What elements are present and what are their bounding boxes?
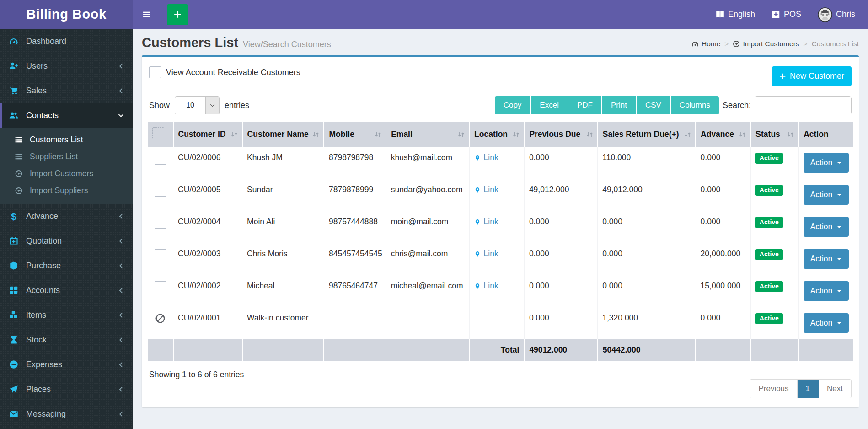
breadcrumb-import-customers[interactable]: Import Customers bbox=[733, 40, 799, 48]
print-export-button[interactable]: Print bbox=[602, 96, 636, 114]
cell-select bbox=[148, 307, 173, 339]
breadcrumb-separator: > bbox=[804, 40, 808, 48]
column-header-advance[interactable]: Advance bbox=[696, 122, 750, 147]
csv-export-button[interactable]: CSV bbox=[637, 96, 670, 114]
plus-square-icon bbox=[772, 10, 780, 19]
list-icon bbox=[14, 136, 24, 144]
page-size-select[interactable]: 10 bbox=[175, 96, 220, 114]
user-menu[interactable]: Chris bbox=[818, 7, 855, 22]
location-link[interactable]: Link bbox=[474, 281, 498, 291]
language-menu[interactable]: English bbox=[716, 10, 755, 19]
quick-add-button[interactable] bbox=[167, 4, 188, 25]
columns-export-button[interactable]: Columns bbox=[671, 96, 719, 114]
action-button[interactable]: Action bbox=[804, 153, 849, 173]
action-button[interactable]: Action bbox=[804, 249, 849, 269]
sidebar-item-label: Quotation bbox=[26, 236, 62, 246]
column-header-sales-return-due[interactable]: Sales Return Due(+) bbox=[598, 122, 696, 147]
sidebar-toggle-button[interactable] bbox=[133, 0, 161, 29]
column-header-customer-id[interactable]: Customer ID bbox=[173, 122, 242, 147]
sidebar-item-sales[interactable]: Sales bbox=[0, 78, 133, 103]
select-all-checkbox[interactable] bbox=[152, 127, 164, 139]
pagination-next[interactable]: Next bbox=[819, 380, 851, 398]
column-header-mobile[interactable]: Mobile bbox=[324, 122, 386, 147]
sort-icon bbox=[786, 130, 795, 139]
column-header-customer-name[interactable]: Customer Name bbox=[242, 122, 324, 147]
sidebar-item-messaging[interactable]: Messaging bbox=[0, 402, 133, 426]
new-customer-button[interactable]: New Customer bbox=[772, 66, 852, 86]
action-button[interactable]: Action bbox=[804, 185, 849, 205]
location-link-label: Link bbox=[484, 217, 498, 227]
plus-icon bbox=[779, 73, 786, 80]
sidebar-item-purchase[interactable]: Purchase bbox=[0, 253, 133, 278]
search-input[interactable] bbox=[755, 96, 852, 114]
row-select-checkbox[interactable] bbox=[155, 249, 166, 261]
pdf-export-button[interactable]: PDF bbox=[568, 96, 601, 114]
navbar-right: English POS Chris bbox=[716, 7, 868, 22]
column-header-label: Email bbox=[391, 130, 413, 139]
cell-status: Active bbox=[750, 147, 798, 179]
breadcrumb-home[interactable]: Home bbox=[691, 40, 720, 48]
pagination-page-1[interactable]: 1 bbox=[798, 380, 819, 398]
column-header-label: Action bbox=[804, 130, 828, 139]
cell-advance: 0.000 bbox=[696, 147, 750, 179]
sidebar-item-places[interactable]: Places bbox=[0, 377, 133, 402]
sort-icon bbox=[585, 130, 594, 139]
sidebar-item-expenses[interactable]: Expenses bbox=[0, 352, 133, 377]
action-button[interactable]: Action bbox=[804, 313, 849, 333]
export-buttons: CopyExcelPDFPrintCSVColumns bbox=[495, 96, 719, 114]
chevron-left-icon bbox=[118, 262, 124, 269]
sidebar-item-contacts[interactable]: Contacts bbox=[0, 103, 133, 128]
sidebar-item-advance[interactable]: $Advance bbox=[0, 204, 133, 228]
caret-down-icon bbox=[836, 192, 842, 198]
column-header-status[interactable]: Status bbox=[750, 122, 798, 147]
cell-email bbox=[386, 307, 469, 339]
action-button[interactable]: Action bbox=[804, 217, 849, 237]
caret-down-icon bbox=[836, 256, 842, 262]
location-link[interactable]: Link bbox=[474, 185, 498, 195]
location-link[interactable]: Link bbox=[474, 249, 498, 259]
sidebar-subitem-customers-list[interactable]: Customers List bbox=[0, 131, 133, 148]
contacts-icon bbox=[8, 111, 19, 120]
sidebar-item-accounts[interactable]: Accounts bbox=[0, 278, 133, 303]
column-header-previous-due[interactable]: Previous Due bbox=[524, 122, 597, 147]
sidebar-item-stock[interactable]: Stock bbox=[0, 327, 133, 352]
pin-icon bbox=[474, 186, 481, 194]
status-badge: Active bbox=[755, 249, 783, 260]
column-header-email[interactable]: Email bbox=[386, 122, 469, 147]
sidebar-item-label: Expenses bbox=[26, 360, 62, 369]
import-icon bbox=[733, 40, 740, 48]
sidebar-subitem-label: Import Customers bbox=[30, 169, 93, 179]
row-select-checkbox[interactable] bbox=[155, 185, 166, 197]
row-select-checkbox[interactable] bbox=[155, 217, 166, 229]
sidebar-item-users[interactable]: Users bbox=[0, 54, 133, 78]
action-button[interactable]: Action bbox=[804, 281, 849, 301]
row-select-checkbox[interactable] bbox=[155, 281, 166, 293]
sidebar-item-label: Items bbox=[26, 310, 46, 320]
breadcrumb-separator: > bbox=[724, 40, 729, 48]
table-body: CU/02/0006Khush JM8798798798khush@mail.c… bbox=[148, 147, 853, 339]
box-toolbar-controls: Show 10 entries CopyExcelPDFPrintCSVColu… bbox=[148, 93, 853, 122]
sidebar-subitem-label: Suppliers List bbox=[30, 152, 78, 162]
app-logo[interactable]: Billing Book bbox=[0, 0, 133, 29]
receivable-checkbox[interactable] bbox=[149, 66, 161, 78]
cell-customer-id: CU/02/0005 bbox=[173, 179, 242, 211]
page-heading: Customers ListView/Search Customers bbox=[142, 35, 331, 50]
action-button-label: Action bbox=[810, 318, 833, 328]
action-button-label: Action bbox=[810, 158, 833, 168]
sidebar-item-dashboard[interactable]: Dashboard bbox=[0, 29, 133, 54]
sidebar-item-items[interactable]: Items bbox=[0, 303, 133, 327]
cell-sales-return-due: 0.000 bbox=[598, 275, 696, 307]
pagination-previous[interactable]: Previous bbox=[750, 380, 797, 398]
sidebar-subitem-import-suppliers[interactable]: Import Suppliers bbox=[0, 182, 133, 199]
excel-export-button[interactable]: Excel bbox=[531, 96, 568, 114]
copy-export-button[interactable]: Copy bbox=[495, 96, 530, 114]
location-link[interactable]: Link bbox=[474, 153, 498, 163]
location-link[interactable]: Link bbox=[474, 217, 498, 227]
sidebar-subitem-suppliers-list[interactable]: Suppliers List bbox=[0, 148, 133, 165]
sidebar-item-quotation[interactable]: Quotation bbox=[0, 228, 133, 253]
column-header-location[interactable]: Location bbox=[469, 122, 524, 147]
column-header-label: Location bbox=[474, 130, 508, 139]
pos-button[interactable]: POS bbox=[772, 10, 801, 19]
sidebar-subitem-import-customers[interactable]: Import Customers bbox=[0, 165, 133, 182]
row-select-checkbox[interactable] bbox=[155, 153, 166, 165]
